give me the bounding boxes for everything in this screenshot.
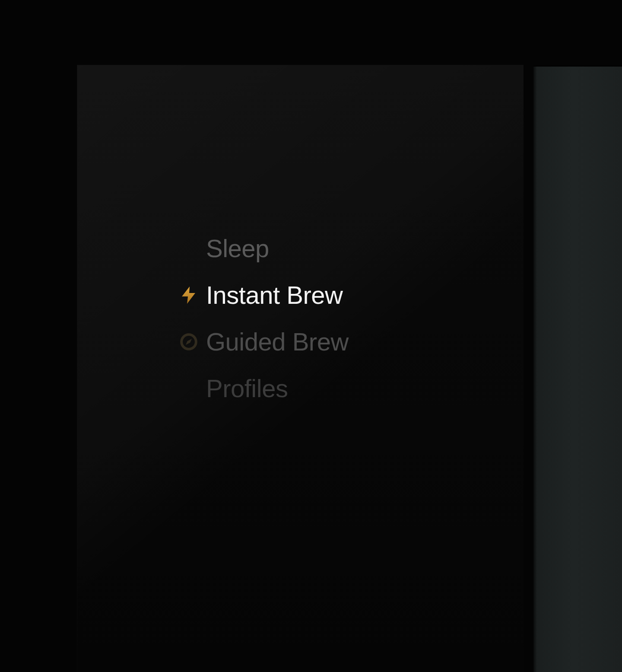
menu-item-instant-brew[interactable]: Instant Brew — [177, 272, 349, 318]
menu-item-profiles[interactable]: Profiles — [177, 365, 349, 412]
menu-item-sleep[interactable]: Sleep — [177, 225, 349, 272]
touchscreen-panel: Sleep Instant Brew — [77, 65, 524, 672]
menu-item-label: Sleep — [206, 236, 269, 261]
menu-item-label: Profiles — [206, 376, 288, 401]
menu-item-label: Guided Brew — [206, 329, 349, 354]
menu-item-label: Instant Brew — [206, 283, 343, 308]
main-menu: Sleep Instant Brew — [177, 225, 349, 412]
lightning-bolt-icon — [177, 283, 201, 307]
device-viewport: Sleep Instant Brew — [0, 0, 622, 672]
menu-item-guided-brew[interactable]: Guided Brew — [177, 318, 349, 365]
profiles-icon — [177, 376, 201, 401]
sleep-icon — [177, 236, 201, 261]
compass-icon — [177, 330, 201, 354]
machine-side-casing — [533, 66, 622, 672]
